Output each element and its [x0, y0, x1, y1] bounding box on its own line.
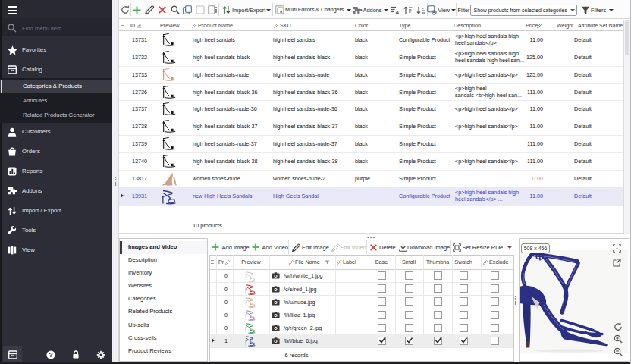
svg-text:A: A — [395, 9, 399, 14]
svg-text:?: ? — [49, 350, 52, 358]
